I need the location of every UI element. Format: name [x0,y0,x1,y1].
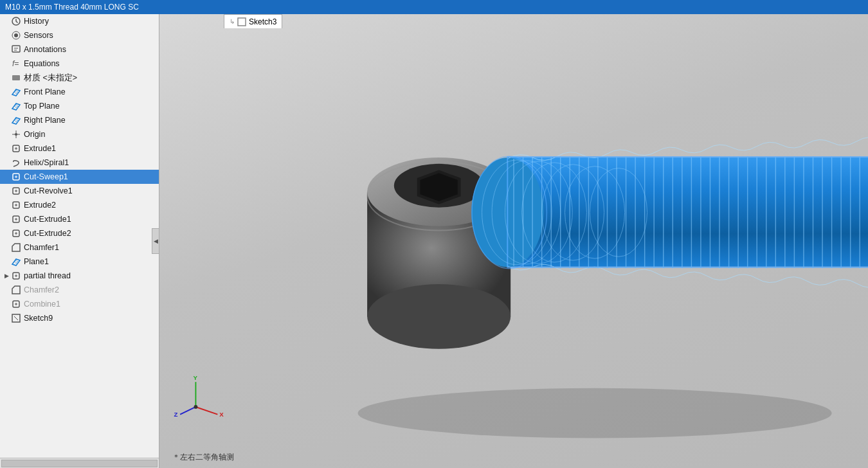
svg-line-122 [195,407,217,415]
expand-arrow-right-plane[interactable] [3,116,10,124]
icon-cut-extrude1 [10,213,22,225]
label-chamfer2: Chamfer2 [24,285,156,294]
expand-arrow-front-plane[interactable] [3,88,10,96]
label-top-plane: Top Plane [24,102,156,111]
svg-rect-3 [12,46,20,52]
sidebar-item-right-plane[interactable]: Right Plane [0,113,159,127]
expand-arrow-history[interactable] [3,17,10,25]
sidebar-item-equations[interactable]: f=Equations [0,57,159,71]
expand-arrow-chamfer1[interactable] [3,244,10,251]
icon-history [10,15,22,27]
sidebar-item-front-plane[interactable]: Front Plane [0,85,159,99]
sidebar-item-cut-extrude1[interactable]: Cut-Extrude1 [0,212,159,226]
sidebar-item-sensors[interactable]: Sensors [0,28,159,42]
horizontal-scrollbar[interactable] [1,460,158,467]
label-chamfer1: Chamfer1 [24,243,156,252]
sidebar-item-origin[interactable]: Origin [0,127,159,141]
label-cut-revolve1: Cut-Revolve1 [24,186,156,195]
svg-point-18 [15,133,17,136]
title-bar: M10 x 1.5mm Thread 40mm LONG SC [0,0,868,14]
sidebar-item-plane1[interactable]: Plane1 [0,255,159,269]
label-helix-spiral1: Helix/Spiral1 [24,158,156,167]
label-cut-extrude2: Cut-Extrude2 [24,229,156,238]
sidebar-item-cut-revolve1[interactable]: Cut-Revolve1 [0,184,159,198]
main-area: HistorySensorsAnnotationsf=Equations材质 <… [0,14,868,468]
expand-arrow-extrude2[interactable] [3,201,10,209]
svg-marker-43 [12,286,20,294]
expand-arrow-cut-extrude1[interactable] [3,215,10,223]
expand-arrow-sensors[interactable] [3,32,10,39]
label-origin: Origin [24,130,156,139]
expand-arrow-cut-extrude2[interactable] [3,230,10,237]
title-text: M10 x 1.5mm Thread 40mm LONG SC [5,3,139,12]
svg-point-53 [367,284,511,349]
expand-arrow-plane1[interactable] [3,258,10,266]
icon-annotations [10,44,22,55]
label-sketch9: Sketch9 [24,314,156,323]
label-annotations: Annotations [24,45,156,54]
sidebar-tree[interactable]: HistorySensorsAnnotationsf=Equations材质 <… [0,14,159,458]
view-label: ＊左右二等角轴测 [172,452,234,463]
label-cut-sweep1: Cut-Sweep1 [24,172,156,181]
expand-arrow-sketch9[interactable] [3,314,10,322]
sidebar-item-cut-sweep1[interactable]: Cut-Sweep1 [0,170,159,184]
sidebar-item-material[interactable]: 材质 <未指定> [0,71,159,85]
icon-extrude1 [10,143,22,154]
expand-arrow-annotations[interactable] [3,46,10,53]
sidebar-item-history[interactable]: History [0,14,159,28]
expand-arrow-material[interactable] [3,74,10,82]
sidebar-item-combine1[interactable]: Combine1 [0,297,159,311]
svg-text:X: X [219,411,224,418]
icon-cut-revolve1 [10,185,22,197]
icon-front-plane [10,86,22,98]
sidebar-item-sketch9[interactable]: Sketch9 [0,311,159,325]
svg-marker-37 [12,244,20,251]
svg-line-126 [180,407,195,415]
expand-arrow-cut-revolve1[interactable] [3,187,10,195]
label-right-plane: Right Plane [24,116,156,125]
icon-sketch9 [10,312,22,324]
sidebar-item-cut-extrude2[interactable]: Cut-Extrude2 [0,226,159,240]
expand-arrow-equations[interactable] [3,60,10,68]
expand-arrow-extrude1[interactable] [3,145,10,152]
sidebar-item-chamfer2[interactable]: Chamfer2 [0,283,159,297]
expand-arrow-origin[interactable] [3,130,10,138]
label-extrude2: Extrude2 [24,201,156,210]
expand-arrow-partial-thread[interactable]: ▶ [3,272,10,280]
label-front-plane: Front Plane [24,87,156,96]
model-3d: 1.75 1.10 ⌖ 🔷 X Y Z [159,14,868,468]
svg-point-1 [14,33,18,37]
expand-arrow-top-plane[interactable] [3,102,10,110]
icon-top-plane [10,100,22,112]
label-equations: Equations [24,59,156,68]
sidebar-item-helix-spiral1[interactable]: Helix/Spiral1 [0,156,159,170]
icon-helix-spiral1 [10,157,22,168]
sidebar-item-chamfer1[interactable]: Chamfer1 [0,240,159,255]
icon-chamfer1 [10,242,22,253]
sidebar-item-top-plane[interactable]: Top Plane [0,99,159,113]
svg-point-128 [194,405,198,409]
icon-right-plane [10,114,22,126]
sidebar-item-partial-thread[interactable]: ▶partial thread [0,269,159,283]
viewport[interactable]: ↳ Sketch3 [159,14,868,468]
label-partial-thread: partial thread [24,271,156,280]
label-sensors: Sensors [24,31,156,40]
label-plane1: Plane1 [24,257,156,266]
icon-combine1 [10,298,22,310]
icon-cut-extrude2 [10,228,22,239]
svg-text:f=: f= [12,59,19,68]
svg-line-48 [14,316,18,320]
expand-arrow-helix-spiral1[interactable] [3,159,10,166]
icon-chamfer2 [10,284,22,296]
expand-arrow-chamfer2[interactable] [3,286,10,294]
sidebar-item-extrude2[interactable]: Extrude2 [0,198,159,212]
expand-arrow-cut-sweep1[interactable] [3,173,10,181]
collapse-handle[interactable]: ◀ [152,228,159,254]
sidebar-scrollbar-area[interactable] [0,458,159,468]
label-cut-extrude1: Cut-Extrude1 [24,215,156,224]
icon-equations: f= [10,58,22,69]
label-combine1: Combine1 [24,300,156,309]
sidebar-item-annotations[interactable]: Annotations [0,42,159,57]
expand-arrow-combine1[interactable] [3,300,10,308]
sidebar-item-extrude1[interactable]: Extrude1 [0,141,159,156]
